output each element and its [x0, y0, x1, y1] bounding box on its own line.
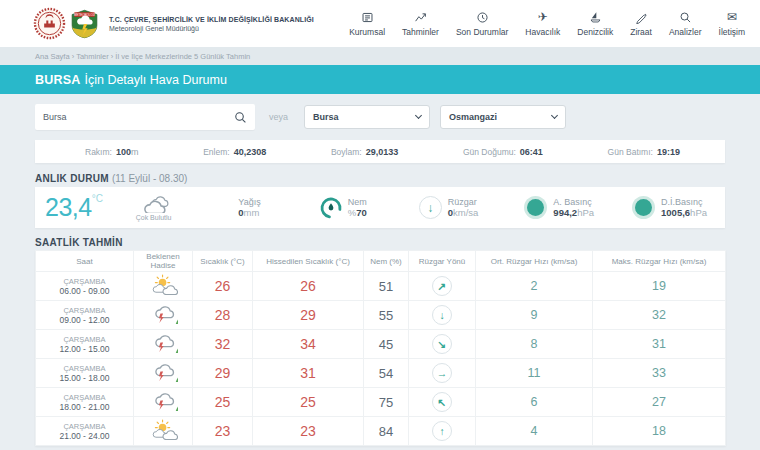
nav-label: Ziraat: [630, 27, 652, 37]
search-box: [35, 104, 255, 130]
or-label: veya: [269, 112, 288, 122]
wind-direction-icon: ↖: [432, 392, 452, 412]
sailboat-icon: [589, 10, 602, 24]
altitude-info: Rakım:100m: [85, 147, 138, 157]
wind-direction-icon: ↓: [432, 305, 452, 325]
table-row: ÇARŞAMBA12.00 - 15.00 32 34 45 ↘ 8 31: [36, 330, 726, 359]
nav-item-ziraat[interactable]: Ziraat: [630, 10, 652, 37]
sunrise-info: Gün Doğumu:06:41: [463, 147, 543, 157]
chevron-down-icon: [415, 112, 422, 119]
col-beklenen-hadise: Beklenen Hadise: [134, 251, 193, 272]
col-saat: Saat: [36, 251, 134, 272]
location-info-bar: Rakım:100m Enlem:40,2308 Boylam:29,0133 …: [35, 140, 725, 163]
col-ort-ruzgar-hizi: Ort. Rüzgar Hızı (km/sa): [476, 251, 593, 272]
brand[interactable]: METEOROLOJİ T.C. ÇEVRE, ŞEHİRCİLİK VE İK…: [33, 7, 314, 40]
wind-direction-icon: ↘: [432, 334, 452, 354]
mgm-weather-page: METEOROLOJİ T.C. ÇEVRE, ŞEHİRCİLİK VE İK…: [0, 0, 760, 450]
pressure-gauge-icon: [527, 199, 544, 216]
nav-label: Denizcilik: [577, 27, 613, 37]
chevron-down-icon: [551, 112, 558, 119]
col-ruzgar-yonu: Rüzgar Yönü: [409, 251, 476, 272]
province-select[interactable]: Bursa: [304, 105, 430, 129]
search-icon[interactable]: [233, 110, 247, 124]
nav-label: Tahminler: [402, 27, 439, 37]
district-selected-value: Osmangazi: [449, 112, 497, 122]
province-selected-value: Bursa: [313, 112, 339, 122]
page-title-bar: BURSA İçin Detaylı Hava Durumu: [0, 65, 760, 94]
district-select[interactable]: Osmangazi: [440, 105, 566, 129]
current-conditions-panel: 23,4°C Çok Bulutlu Yağış 0mm Nem %70 ↓: [35, 187, 725, 228]
city-search-input[interactable]: [43, 112, 233, 122]
breadcrumb[interactable]: Ana Sayfa › Tahminler › İl ve İlçe Merke…: [0, 47, 760, 65]
table-row: ÇARŞAMBA21.00 - 24.00 23 23 84 ↑ 4 18: [36, 417, 726, 446]
wind-direction-icon: ↑: [432, 421, 452, 441]
sun-clouds-icon: [149, 419, 178, 440]
nav-item-iletisim[interactable]: ✉ İletişim: [719, 10, 745, 37]
sunset-info: Gün Batımı:19:19: [608, 147, 680, 157]
ministry-title: T.C. ÇEVRE, ŞEHİRCİLİK VE İKLİM DEĞİŞİKL…: [109, 16, 314, 32]
hourly-forecast-table: Saat Beklenen Hadise Sıcaklık (°C) Hisse…: [35, 250, 726, 446]
humidity-gauge-icon: [319, 196, 343, 220]
temperature-unit: °C: [92, 193, 103, 204]
nav-item-denizcilik[interactable]: Denizcilik: [577, 10, 613, 37]
site-header: METEOROLOJİ T.C. ÇEVRE, ŞEHİRCİLİK VE İK…: [0, 0, 760, 47]
main-nav: Kurumsal Tahminler Son Durumlar ✈ Hava: [349, 10, 745, 37]
thunderstorm-icon: [149, 332, 178, 353]
plane-icon: ✈: [538, 10, 548, 24]
thunderstorm-icon: [149, 390, 178, 411]
thunderstorm-icon: [149, 361, 178, 382]
directorate-name: Meteoroloji Genel Müdürlüğü: [109, 25, 314, 32]
nav-item-analizler[interactable]: Analizler: [669, 10, 702, 37]
pressure-gauge-icon: [635, 199, 652, 216]
ministry-name: T.C. ÇEVRE, ŞEHİRCİLİK VE İKLİM DEĞİŞİKL…: [109, 16, 314, 23]
col-sicaklik: Sıcaklık (°C): [193, 251, 253, 272]
nav-item-tahminler[interactable]: Tahminler: [402, 10, 439, 37]
ministry-emblem-logo: [33, 7, 66, 40]
nav-item-havacilik[interactable]: ✈ Havacılık: [525, 10, 560, 37]
table-row: ÇARŞAMBA09.00 - 12.00 28 29 55 ↓ 9 32: [36, 301, 726, 330]
table-row: ÇARŞAMBA06.00 - 09.00 26 26 51 ↗ 2 19: [36, 272, 726, 301]
clock-icon: [476, 10, 489, 24]
nav-label: Havacılık: [525, 27, 560, 37]
sea-level-pressure-metric: D.İ.Basınç 1005,6hPa: [632, 197, 707, 218]
line-chart-icon: [414, 10, 427, 24]
table-row: ÇARŞAMBA18.00 - 21.00 25 25 75 ↖ 6 27: [36, 388, 726, 417]
current-condition: Çok Bulutlu: [131, 194, 176, 221]
magnifier-icon: [679, 10, 692, 24]
humidity-metric: Nem %70: [319, 196, 367, 220]
breadcrumb-trail: Ana Sayfa › Tahminler › İl ve İlçe Merke…: [35, 52, 250, 61]
nav-label: Kurumsal: [349, 27, 385, 37]
precipitation-metric: Yağış 0mm: [238, 197, 260, 218]
current-temperature: 23,4°C: [45, 193, 103, 222]
wind-direction-icon: →: [432, 363, 452, 383]
search-row: veya Bursa Osmangazi: [35, 104, 725, 130]
latitude-info: Enlem:40,2308: [203, 147, 266, 157]
page-title: İçin Detaylı Hava Durumu: [84, 73, 226, 87]
nav-item-son-durumlar[interactable]: Son Durumlar: [456, 10, 508, 37]
observation-time: (11 Eylül - 08.30): [112, 173, 187, 184]
table-header-row: Saat Beklenen Hadise Sıcaklık (°C) Hisse…: [36, 251, 726, 272]
sun-clouds-icon: [149, 274, 178, 295]
col-maks-ruzgar-hizi: Maks. Rüzgar Hızı (km/sa): [593, 251, 726, 272]
condition-label: Çok Bulutlu: [136, 214, 172, 221]
nav-label: Son Durumlar: [456, 27, 508, 37]
wind-direction-icon: ↗: [432, 276, 452, 296]
nav-label: İletişim: [719, 27, 745, 37]
pen-icon: [635, 10, 648, 24]
pressure-metric: A. Basınç 994,2hPa: [524, 197, 594, 218]
wind-direction-icon: ↓: [419, 196, 442, 219]
clouds-icon: [138, 194, 170, 213]
city-name: BURSA: [35, 73, 80, 87]
thunderstorm-icon: [149, 303, 178, 324]
newspaper-icon: [361, 10, 374, 24]
col-hissedilen-sicaklik: Hissedilen Sıcaklık (°C): [253, 251, 364, 272]
hourly-section-title: SAATLİK TAHMİN: [35, 237, 123, 248]
col-nem: Nem (%): [364, 251, 409, 272]
table-row: ÇARŞAMBA15.00 - 18.00 29 31 54 → 11 33: [36, 359, 726, 388]
wind-metric: ↓ Rüzgar 0km/sa: [419, 196, 479, 219]
meteorology-shield-logo: METEOROLOJİ: [71, 9, 98, 39]
nav-item-kurumsal[interactable]: Kurumsal: [349, 10, 385, 37]
envelope-icon: ✉: [727, 10, 737, 24]
nav-label: Analizler: [669, 27, 702, 37]
current-section-title: ANLIK DURUM (11 Eylül - 08.30): [35, 173, 187, 184]
